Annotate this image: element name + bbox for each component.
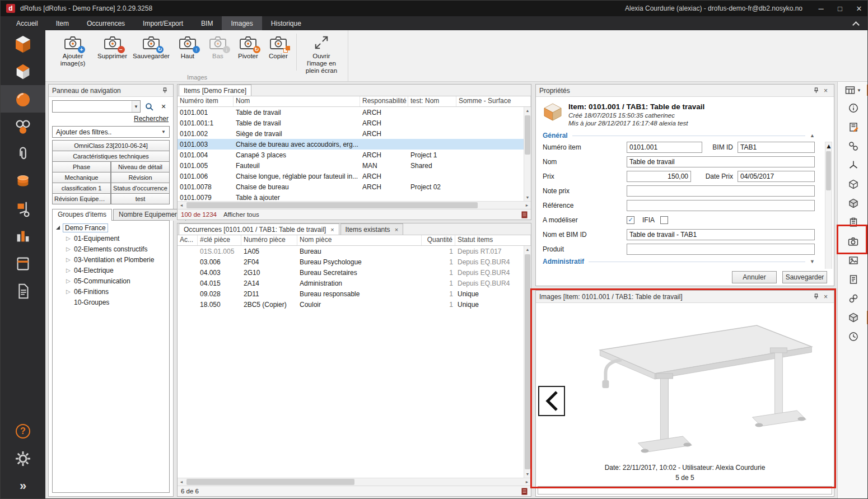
occurrences-tab[interactable]: Items existants × bbox=[340, 223, 403, 235]
a-modeliser-checkbox[interactable]: ✓ bbox=[627, 216, 634, 224]
filter-button[interactable]: Status d'occurrence bbox=[111, 183, 170, 194]
tree-expanded-icon[interactable] bbox=[56, 226, 60, 230]
menu-tab[interactable]: Item bbox=[47, 16, 78, 30]
occurrences-tab[interactable]: Occurrences [0101.001 / TAB1: Table de t… bbox=[179, 223, 339, 235]
relations-icon[interactable] bbox=[838, 137, 868, 156]
image-icon[interactable] bbox=[838, 251, 868, 270]
filter-button[interactable]: Niveau de détail bbox=[111, 161, 170, 172]
occurrence-row[interactable]: 01S.01.005 1A05 Bureau 1 Depuis RT.017 bbox=[178, 246, 531, 257]
history-icon[interactable] bbox=[838, 327, 868, 346]
reference-field[interactable] bbox=[627, 200, 815, 211]
chevron-down-icon[interactable]: ▼ bbox=[132, 101, 140, 112]
sidebar-documents-icon[interactable] bbox=[1, 277, 45, 305]
scroll-down-icon[interactable]: ▼ bbox=[524, 470, 531, 478]
pin-icon[interactable] bbox=[811, 293, 821, 300]
camera-icon[interactable] bbox=[838, 232, 868, 251]
tree-item[interactable]: ▷ 06-Finitions bbox=[54, 286, 168, 297]
items-table-row[interactable]: 0101.001 Table de travail ARCH bbox=[178, 107, 531, 118]
chevron-down-icon[interactable]: ▼ bbox=[810, 259, 815, 264]
axes-3d-icon[interactable] bbox=[838, 156, 868, 175]
navigation-tab[interactable]: Groupes d'items bbox=[52, 209, 112, 221]
occurrence-row[interactable]: 04.003 2G10 Bureau Secretaires 1 Depuis … bbox=[178, 267, 531, 278]
nom-field[interactable] bbox=[627, 156, 815, 167]
tree-item[interactable]: ▷ 10-Groupes bbox=[54, 297, 168, 307]
horizontal-scrollbar[interactable]: ◄ ► bbox=[178, 478, 531, 486]
tab-items[interactable]: Items [Demo France] bbox=[179, 85, 251, 96]
close-tab-icon[interactable]: × bbox=[330, 226, 334, 233]
sidebar-products-icon[interactable] bbox=[1, 250, 45, 277]
filter-button[interactable]: Révision Equipements bbox=[52, 193, 111, 204]
tree-item[interactable]: ▷ 03-Ventilation et Plomberie bbox=[54, 254, 168, 265]
menu-tab[interactable]: Accueil bbox=[7, 16, 47, 30]
copy-image-button[interactable]: Copier bbox=[263, 32, 293, 61]
items-table-row[interactable]: 0101.006 Chaise longue, réglable pour fa… bbox=[178, 171, 531, 181]
minimize-button[interactable]: ─ bbox=[811, 1, 830, 16]
column-header[interactable]: Responsabilité bbox=[360, 96, 408, 106]
sidebar-logistics-icon[interactable] bbox=[1, 195, 45, 222]
items-table-header[interactable]: Numéro item Nom Responsabilité test: Nom… bbox=[178, 96, 531, 107]
column-header[interactable]: Nom bbox=[234, 96, 360, 106]
search-icon[interactable] bbox=[143, 100, 155, 113]
filter-button[interactable]: Mechanique bbox=[52, 172, 111, 183]
sidebar-model-icon[interactable] bbox=[1, 58, 45, 85]
items-table-row[interactable]: 0101.002 Siège de travail ARCH bbox=[178, 128, 531, 139]
cancel-button[interactable]: Annuler bbox=[732, 271, 777, 283]
items-table-row[interactable]: 0101.005 Fauteuil MAN Shared bbox=[178, 160, 531, 171]
scroll-up-icon[interactable]: ▲ bbox=[524, 246, 531, 253]
close-button[interactable]: ✕ bbox=[850, 1, 868, 16]
open-fullscreen-button[interactable]: Ouvrir l'image en plein écran bbox=[300, 32, 343, 76]
collapse-ribbon-icon[interactable] bbox=[852, 21, 860, 29]
section-general[interactable]: Général ▲ bbox=[543, 132, 815, 139]
add-filters-dropdown[interactable]: Ajouter des filtres.. ▼ bbox=[52, 126, 170, 138]
menu-tab[interactable]: Historique bbox=[262, 16, 310, 30]
tree-collapsed-icon[interactable]: ▷ bbox=[66, 278, 71, 284]
image-viewer[interactable] bbox=[536, 303, 834, 464]
chevron-up-icon[interactable]: ▲ bbox=[810, 133, 815, 138]
maximize-button[interactable]: □ bbox=[830, 1, 850, 16]
scroll-left-icon[interactable]: ◄ bbox=[178, 478, 185, 486]
move-image-down-button[interactable]: ↓ Bas bbox=[203, 32, 233, 61]
close-panel-icon[interactable]: × bbox=[821, 293, 830, 301]
column-header[interactable]: #clé pièce bbox=[198, 235, 241, 245]
menu-tab[interactable]: Occurrences bbox=[78, 16, 134, 30]
menu-tab[interactable]: BIM bbox=[192, 16, 222, 30]
column-header[interactable]: Statut items bbox=[455, 235, 531, 245]
prix-field[interactable] bbox=[627, 171, 691, 182]
menu-tab[interactable]: Images bbox=[222, 16, 262, 30]
sidebar-items-icon[interactable] bbox=[1, 85, 45, 113]
items-table-row[interactable]: 0101.0079 Table à ajouter bbox=[178, 192, 531, 201]
bim-id-field[interactable] bbox=[738, 142, 815, 153]
close-tab-icon[interactable]: × bbox=[395, 226, 398, 233]
clipboard-icon[interactable] bbox=[838, 213, 868, 232]
filter-button[interactable]: OmniClass 23[2010-06-24] bbox=[52, 140, 170, 151]
horizontal-scrollbar[interactable]: ◄ ► bbox=[178, 201, 531, 209]
save-button[interactable]: Sauvegarder bbox=[782, 271, 827, 283]
pin-icon[interactable] bbox=[811, 87, 821, 94]
sidebar-reports-icon[interactable] bbox=[1, 222, 45, 250]
numero-item-field[interactable] bbox=[627, 142, 702, 153]
tree-collapsed-icon[interactable]: ▷ bbox=[66, 246, 71, 252]
column-header[interactable]: Ac... bbox=[178, 235, 198, 245]
vertical-scrollbar[interactable]: ▲ ▼ bbox=[524, 107, 531, 201]
filter-button[interactable]: Phase bbox=[52, 161, 111, 172]
occurrence-row[interactable]: 18.050 2BC5 (Copier) Couloir 1 Unique bbox=[178, 299, 531, 310]
column-header[interactable]: Numéro pièce bbox=[241, 235, 297, 245]
report-icon[interactable] bbox=[521, 488, 528, 495]
column-header[interactable]: Somme - Surface bbox=[456, 96, 531, 106]
occurrences-table-header[interactable]: Ac... #clé pièce Numéro pièce Nom pièce … bbox=[178, 235, 531, 246]
settings-icon[interactable] bbox=[1, 445, 45, 472]
produit-field[interactable] bbox=[627, 244, 815, 255]
column-header[interactable]: Quantité bbox=[422, 235, 455, 245]
items-table-row[interactable]: 0101.001:1 Table de travail ARCH bbox=[178, 118, 531, 128]
tree-item[interactable]: ▷ 04-Electrique bbox=[54, 265, 168, 276]
column-header[interactable]: Nom pièce bbox=[297, 235, 422, 245]
tree-item[interactable]: ▷ 01-Equipement bbox=[54, 233, 168, 244]
sidebar-attachments-icon[interactable] bbox=[1, 140, 45, 167]
close-panel-icon[interactable]: × bbox=[821, 87, 830, 95]
date-prix-field[interactable] bbox=[738, 171, 815, 182]
tree-collapsed-icon[interactable]: ▷ bbox=[66, 267, 71, 273]
clear-search-icon[interactable]: × bbox=[157, 100, 170, 113]
cube-wire-icon[interactable] bbox=[838, 175, 868, 194]
package-icon[interactable] bbox=[838, 308, 868, 327]
ifia-checkbox[interactable] bbox=[660, 216, 668, 224]
